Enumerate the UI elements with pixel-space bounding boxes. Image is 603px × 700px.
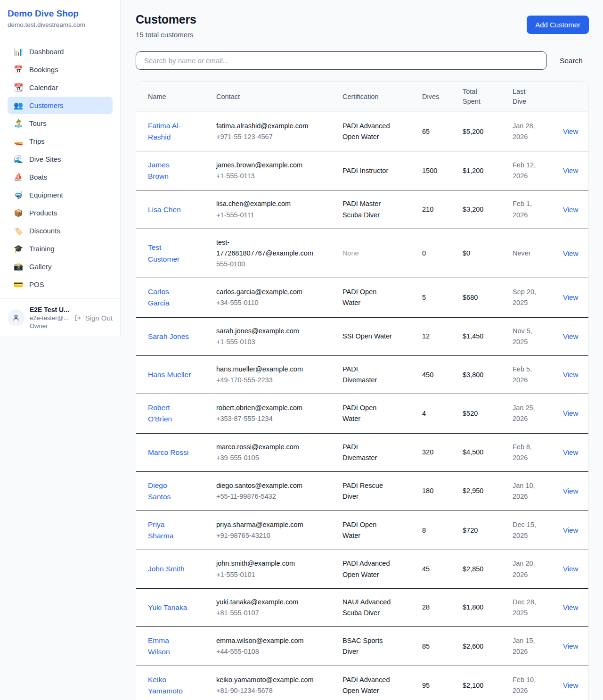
customer-phone: +1-555-0101 bbox=[216, 569, 342, 580]
view-link[interactable]: View bbox=[563, 332, 578, 340]
sidebar-item-label: Dive Sites bbox=[29, 155, 61, 163]
customer-email: sarah.jones@example.com bbox=[216, 326, 316, 337]
certification-cell: PADI Advanced Open Water bbox=[342, 113, 393, 150]
certification-cell: SSI Open Water bbox=[342, 323, 393, 350]
customer-name-link[interactable]: John Smith bbox=[148, 563, 185, 575]
customers-icon: 👥 bbox=[14, 102, 23, 109]
view-link[interactable]: View bbox=[563, 526, 578, 534]
contact-cell: james.brown@example.com +1-555-0113 bbox=[216, 152, 342, 189]
customer-name-link[interactable]: Hans Mueller bbox=[148, 369, 191, 380]
add-customer-button[interactable]: Add Customer bbox=[527, 16, 589, 34]
customer-phone: +81-90-1234-5678 bbox=[216, 685, 342, 696]
sidebar-item-dashboard[interactable]: 📊 Dashboard bbox=[8, 43, 113, 60]
table-row: Fatima Al-Rashid fatima.alrashid@example… bbox=[136, 112, 588, 151]
sidebar-item-label: Products bbox=[29, 209, 57, 217]
customer-name-link[interactable]: James Brown bbox=[148, 159, 191, 182]
search-button[interactable]: Search bbox=[560, 57, 583, 65]
sidebar-item-calendar[interactable]: 📆 Calendar bbox=[8, 79, 113, 96]
bookings-icon: 📅 bbox=[14, 66, 23, 74]
sidebar-header: Demo Dive Shop demo.test.divestreams.com bbox=[0, 0, 120, 36]
page-header: Customers 15 total customers Add Custome… bbox=[136, 13, 589, 39]
customer-name-link[interactable]: Sarah Jones bbox=[148, 331, 189, 342]
sidebar-item-label: Bookings bbox=[29, 66, 58, 74]
sidebar-item-boats[interactable]: ⛵ Boats bbox=[8, 168, 113, 186]
view-link[interactable]: View bbox=[563, 371, 578, 379]
last-dive-cell: Jan 20, 2026 bbox=[513, 550, 546, 588]
customer-name-link[interactable]: Priya Sharma bbox=[148, 519, 191, 542]
equipment-icon: 🤿 bbox=[14, 191, 23, 199]
customer-name-link[interactable]: Diego Santos bbox=[148, 480, 191, 502]
sidebar-item-label: Discounts bbox=[29, 227, 60, 235]
customer-name-link[interactable]: Robert O'Brien bbox=[148, 402, 191, 425]
search-input[interactable] bbox=[136, 51, 547, 70]
view-link[interactable]: View bbox=[563, 487, 578, 495]
sidebar-item-trips[interactable]: 🚤 Trips bbox=[8, 132, 113, 150]
sidebar-item-gallery[interactable]: 📸 Gallery bbox=[8, 258, 113, 275]
boats-icon: ⛵ bbox=[14, 173, 23, 181]
customer-phone: +81-555-0107 bbox=[216, 608, 342, 618]
customer-email: diego.santos@example.com bbox=[216, 480, 316, 491]
customer-name-link[interactable]: Test Customer bbox=[148, 242, 191, 264]
customers-table-card: Name Contact Certification Dives Total S… bbox=[136, 81, 589, 700]
customer-phone: +91-98765-43210 bbox=[216, 530, 342, 541]
sidebar-item-products[interactable]: 📦 Products bbox=[8, 204, 113, 222]
view-link[interactable]: View bbox=[563, 249, 578, 257]
customer-email: keiko.yamamoto@example.com bbox=[216, 675, 316, 685]
view-link[interactable]: View bbox=[563, 127, 578, 135]
customer-name-link[interactable]: Keiko Yamamoto bbox=[148, 674, 191, 697]
certification-cell: PADI Master Scuba Diver bbox=[342, 190, 393, 228]
customer-phone: +971-55-123-4567 bbox=[216, 132, 342, 142]
sidebar-item-customers[interactable]: 👥 Customers bbox=[8, 97, 113, 114]
user-role: Owner bbox=[30, 322, 69, 329]
customer-name-link[interactable]: Carlos Garcia bbox=[148, 286, 191, 309]
certification-cell: PADI Advanced Open Water bbox=[342, 667, 393, 700]
sidebar-item-label: Equipment bbox=[29, 191, 63, 199]
sign-out-button[interactable]: Sign Out bbox=[74, 314, 113, 322]
customer-email: john.smith@example.com bbox=[216, 558, 316, 569]
certification-cell: NAUI Advanced Scuba Diver bbox=[342, 589, 393, 626]
sidebar-item-discounts[interactable]: 🏷️ Discounts bbox=[8, 222, 113, 239]
total-spent-cell: $1,450 bbox=[463, 323, 513, 350]
view-link[interactable]: View bbox=[563, 293, 578, 301]
total-spent-cell: $2,850 bbox=[463, 556, 513, 583]
sidebar-item-tours[interactable]: 🏝️ Tours bbox=[8, 115, 113, 132]
page-title-block: Customers 15 total customers bbox=[136, 13, 196, 39]
sidebar-item-label: Tours bbox=[29, 119, 47, 127]
certification-cell: PADI Open Water bbox=[342, 395, 393, 432]
total-spent-cell: $2,100 bbox=[463, 672, 513, 699]
sidebar-item-bookings[interactable]: 📅 Bookings bbox=[8, 61, 113, 78]
last-dive-cell: Feb 1, 2026 bbox=[513, 190, 546, 228]
total-spent-cell: $2,600 bbox=[463, 633, 513, 660]
customer-name-link[interactable]: Fatima Al-Rashid bbox=[148, 120, 191, 143]
view-link[interactable]: View bbox=[563, 681, 578, 689]
customer-name-link[interactable]: Emma Wilson bbox=[148, 635, 191, 658]
customer-name-link[interactable]: Marco Rossi bbox=[148, 447, 188, 458]
view-link[interactable]: View bbox=[563, 166, 578, 174]
sidebar-item-training[interactable]: 🎓 Training bbox=[8, 240, 113, 257]
page-title: Customers bbox=[136, 13, 196, 26]
sidebar-user-footer: E2E Test U... e2e-tester@... Owner Sign … bbox=[0, 298, 120, 337]
customer-name-link[interactable]: Yuki Tanaka bbox=[148, 602, 187, 613]
total-spent-cell: $2,950 bbox=[463, 478, 513, 504]
sidebar-item-pos[interactable]: 💳 POS bbox=[8, 276, 113, 293]
view-link[interactable]: View bbox=[563, 565, 578, 573]
table-row: Emma Wilson emma.wilson@example.com +44-… bbox=[136, 627, 588, 666]
sidebar-item-equipment[interactable]: 🤿 Equipment bbox=[8, 186, 113, 204]
sidebar-item-dive-sites[interactable]: 🌊 Dive Sites bbox=[8, 150, 113, 168]
last-dive-cell: Jan 10, 2026 bbox=[513, 472, 546, 510]
sidebar-item-label: Gallery bbox=[29, 263, 52, 271]
view-link[interactable]: View bbox=[563, 642, 578, 650]
view-link[interactable]: View bbox=[563, 603, 578, 611]
contact-cell: lisa.chen@example.com +1-555-0111 bbox=[216, 190, 342, 228]
sidebar-item-label: Training bbox=[29, 245, 55, 253]
view-link[interactable]: View bbox=[563, 409, 578, 417]
view-link[interactable]: View bbox=[563, 448, 578, 456]
view-link[interactable]: View bbox=[563, 206, 578, 214]
table-row: Marco Rossi marco.rossi@example.com +39-… bbox=[136, 434, 588, 472]
customer-email: lisa.chen@example.com bbox=[216, 198, 316, 209]
customer-name-link[interactable]: Lisa Chen bbox=[148, 204, 181, 215]
column-header-actions bbox=[563, 82, 577, 112]
certification-cell: None bbox=[342, 240, 393, 267]
customer-phone: +1-555-0103 bbox=[216, 337, 342, 347]
customer-email: marco.rossi@example.com bbox=[216, 442, 316, 453]
